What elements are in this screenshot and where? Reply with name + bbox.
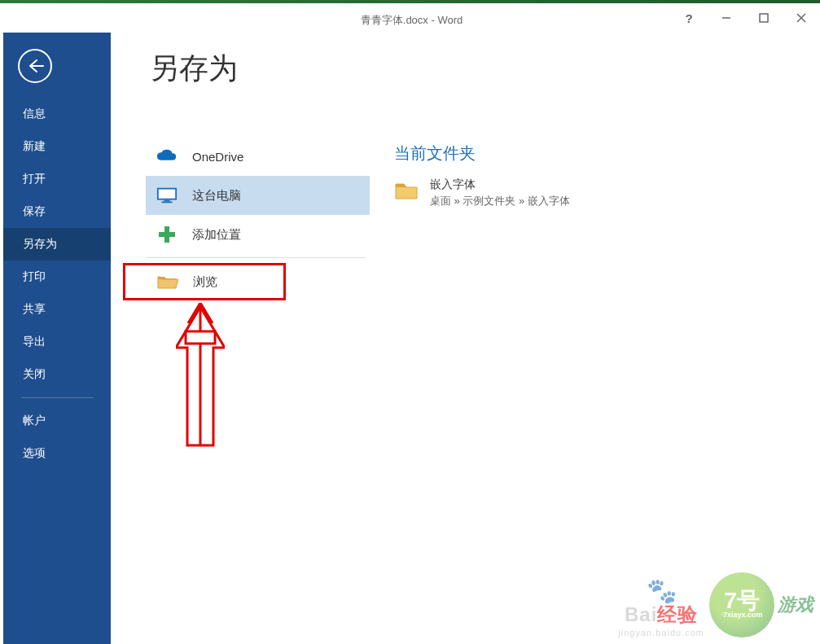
page-title: 另存为	[150, 49, 238, 89]
sidebar-item-new[interactable]: 新建	[3, 130, 111, 163]
sidebar-item-share[interactable]: 共享	[3, 293, 111, 326]
location-onedrive[interactable]: OneDrive	[146, 137, 370, 176]
sidebar-item-open[interactable]: 打开	[3, 163, 111, 195]
sidebar-item-saveas[interactable]: 另存为	[3, 228, 111, 261]
location-browse-label: 浏览	[193, 274, 217, 290]
svg-rect-5	[164, 200, 169, 202]
maximize-button[interactable]	[745, 7, 783, 29]
minimize-button[interactable]	[708, 7, 745, 29]
sidebar-item-close[interactable]: 关闭	[3, 358, 111, 391]
plus-icon	[156, 226, 178, 243]
onedrive-icon	[156, 147, 178, 165]
window-title: 青青字体.docx - Word	[361, 13, 463, 28]
location-add-place[interactable]: 添加位置	[146, 215, 370, 254]
annotation-arrow-icon	[176, 303, 225, 449]
close-button[interactable]	[783, 7, 820, 29]
locations-column: OneDrive 这台电脑 添加位置	[111, 33, 363, 644]
main-panel: 另存为 OneDrive 这台电脑	[111, 33, 820, 644]
sidebar-item-info[interactable]: 信息	[3, 98, 111, 130]
current-folder-column: 当前文件夹 嵌入字体 桌面 » 示例文件夹 » 嵌入字体	[363, 33, 820, 644]
sidebar-item-account[interactable]: 帐户	[3, 405, 111, 437]
location-this-pc[interactable]: 这台电脑	[146, 176, 370, 215]
sidebar-separator	[21, 397, 93, 398]
location-onedrive-label: OneDrive	[192, 150, 243, 164]
back-arrow-icon	[25, 56, 45, 76]
svg-rect-4	[158, 189, 176, 199]
back-button[interactable]	[18, 49, 52, 83]
folder-open-icon	[157, 273, 178, 291]
location-browse[interactable]: 浏览	[123, 263, 286, 300]
computer-icon	[156, 186, 178, 204]
folder-icon	[394, 181, 419, 200]
sidebar-item-save[interactable]: 保存	[3, 195, 111, 228]
svg-rect-8	[159, 232, 175, 237]
backstage-sidebar: 信息 新建 打开 保存 另存为 打印 共享 导出 关闭 帐户 选项	[3, 33, 111, 644]
sidebar-item-print[interactable]: 打印	[3, 261, 111, 293]
location-add-place-label: 添加位置	[192, 227, 241, 243]
folder-path: 桌面 » 示例文件夹 » 嵌入字体	[430, 194, 570, 208]
svg-rect-6	[162, 201, 173, 203]
location-this-pc-label: 这台电脑	[192, 188, 241, 204]
sidebar-item-export[interactable]: 导出	[3, 326, 111, 358]
folder-name: 嵌入字体	[430, 177, 570, 192]
titlebar: 青青字体.docx - Word ?	[3, 3, 820, 33]
sidebar-item-options[interactable]: 选项	[3, 437, 111, 470]
current-folder-item[interactable]: 嵌入字体 桌面 » 示例文件夹 » 嵌入字体	[394, 177, 820, 208]
svg-rect-1	[760, 14, 768, 22]
help-button[interactable]: ?	[670, 7, 708, 29]
current-folder-title: 当前文件夹	[394, 142, 820, 164]
